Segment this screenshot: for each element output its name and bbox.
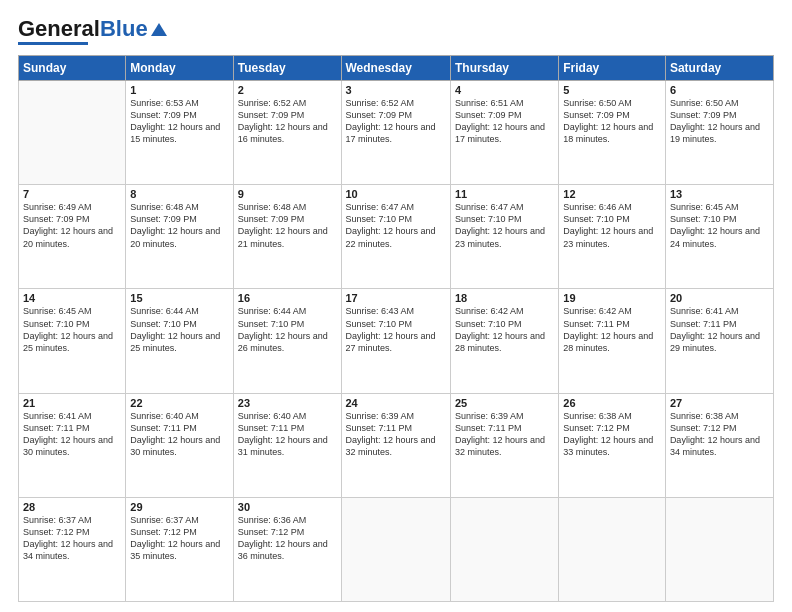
calendar-day-cell: 3Sunrise: 6:52 AMSunset: 7:09 PMDaylight…: [341, 81, 450, 185]
weekday-header-cell: Thursday: [450, 56, 558, 81]
day-number: 4: [455, 84, 554, 96]
calendar-day-cell: 27Sunrise: 6:38 AMSunset: 7:12 PMDayligh…: [665, 393, 773, 497]
day-number: 30: [238, 501, 337, 513]
calendar-day-cell: 8Sunrise: 6:48 AMSunset: 7:09 PMDaylight…: [126, 185, 233, 289]
calendar-day-cell: 13Sunrise: 6:45 AMSunset: 7:10 PMDayligh…: [665, 185, 773, 289]
calendar-day-cell: 5Sunrise: 6:50 AMSunset: 7:09 PMDaylight…: [559, 81, 666, 185]
day-info: Sunrise: 6:52 AMSunset: 7:09 PMDaylight:…: [346, 97, 446, 146]
day-number: 14: [23, 292, 121, 304]
day-number: 1: [130, 84, 228, 96]
calendar-day-cell: 26Sunrise: 6:38 AMSunset: 7:12 PMDayligh…: [559, 393, 666, 497]
day-info: Sunrise: 6:41 AMSunset: 7:11 PMDaylight:…: [23, 410, 121, 459]
day-info: Sunrise: 6:46 AMSunset: 7:10 PMDaylight:…: [563, 201, 661, 250]
day-info: Sunrise: 6:38 AMSunset: 7:12 PMDaylight:…: [670, 410, 769, 459]
day-info: Sunrise: 6:43 AMSunset: 7:10 PMDaylight:…: [346, 305, 446, 354]
calendar-day-cell: 15Sunrise: 6:44 AMSunset: 7:10 PMDayligh…: [126, 289, 233, 393]
calendar-day-cell: 7Sunrise: 6:49 AMSunset: 7:09 PMDaylight…: [19, 185, 126, 289]
calendar-day-cell: 10Sunrise: 6:47 AMSunset: 7:10 PMDayligh…: [341, 185, 450, 289]
day-number: 10: [346, 188, 446, 200]
day-number: 29: [130, 501, 228, 513]
calendar-day-cell: 28Sunrise: 6:37 AMSunset: 7:12 PMDayligh…: [19, 497, 126, 601]
day-number: 16: [238, 292, 337, 304]
calendar-day-cell: 24Sunrise: 6:39 AMSunset: 7:11 PMDayligh…: [341, 393, 450, 497]
calendar-day-cell: 22Sunrise: 6:40 AMSunset: 7:11 PMDayligh…: [126, 393, 233, 497]
day-number: 24: [346, 397, 446, 409]
day-info: Sunrise: 6:41 AMSunset: 7:11 PMDaylight:…: [670, 305, 769, 354]
calendar-day-cell: 29Sunrise: 6:37 AMSunset: 7:12 PMDayligh…: [126, 497, 233, 601]
day-info: Sunrise: 6:45 AMSunset: 7:10 PMDaylight:…: [670, 201, 769, 250]
calendar-day-cell: 1Sunrise: 6:53 AMSunset: 7:09 PMDaylight…: [126, 81, 233, 185]
calendar-day-cell: 9Sunrise: 6:48 AMSunset: 7:09 PMDaylight…: [233, 185, 341, 289]
day-number: 7: [23, 188, 121, 200]
day-info: Sunrise: 6:47 AMSunset: 7:10 PMDaylight:…: [455, 201, 554, 250]
day-info: Sunrise: 6:37 AMSunset: 7:12 PMDaylight:…: [23, 514, 121, 563]
calendar-day-cell: [559, 497, 666, 601]
day-number: 26: [563, 397, 661, 409]
day-number: 11: [455, 188, 554, 200]
day-number: 23: [238, 397, 337, 409]
day-info: Sunrise: 6:50 AMSunset: 7:09 PMDaylight:…: [670, 97, 769, 146]
calendar-day-cell: 21Sunrise: 6:41 AMSunset: 7:11 PMDayligh…: [19, 393, 126, 497]
day-info: Sunrise: 6:53 AMSunset: 7:09 PMDaylight:…: [130, 97, 228, 146]
logo-icon: [151, 23, 167, 36]
day-info: Sunrise: 6:48 AMSunset: 7:09 PMDaylight:…: [238, 201, 337, 250]
day-info: Sunrise: 6:38 AMSunset: 7:12 PMDaylight:…: [563, 410, 661, 459]
day-number: 17: [346, 292, 446, 304]
weekday-header-cell: Monday: [126, 56, 233, 81]
calendar-day-cell: 20Sunrise: 6:41 AMSunset: 7:11 PMDayligh…: [665, 289, 773, 393]
day-info: Sunrise: 6:47 AMSunset: 7:10 PMDaylight:…: [346, 201, 446, 250]
day-number: 18: [455, 292, 554, 304]
calendar-week-row: 28Sunrise: 6:37 AMSunset: 7:12 PMDayligh…: [19, 497, 774, 601]
calendar-table: SundayMondayTuesdayWednesdayThursdayFrid…: [18, 55, 774, 602]
day-number: 22: [130, 397, 228, 409]
calendar-day-cell: [19, 81, 126, 185]
calendar-day-cell: [450, 497, 558, 601]
day-number: 27: [670, 397, 769, 409]
day-info: Sunrise: 6:50 AMSunset: 7:09 PMDaylight:…: [563, 97, 661, 146]
calendar-day-cell: 16Sunrise: 6:44 AMSunset: 7:10 PMDayligh…: [233, 289, 341, 393]
day-info: Sunrise: 6:36 AMSunset: 7:12 PMDaylight:…: [238, 514, 337, 563]
day-number: 5: [563, 84, 661, 96]
day-number: 15: [130, 292, 228, 304]
day-number: 9: [238, 188, 337, 200]
day-info: Sunrise: 6:44 AMSunset: 7:10 PMDaylight:…: [238, 305, 337, 354]
calendar-day-cell: 12Sunrise: 6:46 AMSunset: 7:10 PMDayligh…: [559, 185, 666, 289]
calendar-day-cell: [341, 497, 450, 601]
day-info: Sunrise: 6:39 AMSunset: 7:11 PMDaylight:…: [455, 410, 554, 459]
logo-underline: [18, 42, 88, 45]
weekday-header-cell: Wednesday: [341, 56, 450, 81]
calendar-day-cell: 14Sunrise: 6:45 AMSunset: 7:10 PMDayligh…: [19, 289, 126, 393]
calendar-day-cell: [665, 497, 773, 601]
day-number: 3: [346, 84, 446, 96]
day-info: Sunrise: 6:51 AMSunset: 7:09 PMDaylight:…: [455, 97, 554, 146]
calendar-day-cell: 30Sunrise: 6:36 AMSunset: 7:12 PMDayligh…: [233, 497, 341, 601]
day-info: Sunrise: 6:49 AMSunset: 7:09 PMDaylight:…: [23, 201, 121, 250]
day-number: 2: [238, 84, 337, 96]
header: GeneralBlue: [18, 18, 774, 45]
weekday-header-cell: Sunday: [19, 56, 126, 81]
day-number: 19: [563, 292, 661, 304]
calendar-day-cell: 17Sunrise: 6:43 AMSunset: 7:10 PMDayligh…: [341, 289, 450, 393]
weekday-header-row: SundayMondayTuesdayWednesdayThursdayFrid…: [19, 56, 774, 81]
calendar-day-cell: 19Sunrise: 6:42 AMSunset: 7:11 PMDayligh…: [559, 289, 666, 393]
day-info: Sunrise: 6:45 AMSunset: 7:10 PMDaylight:…: [23, 305, 121, 354]
day-number: 13: [670, 188, 769, 200]
logo-text: GeneralBlue: [18, 18, 148, 40]
day-info: Sunrise: 6:42 AMSunset: 7:10 PMDaylight:…: [455, 305, 554, 354]
day-number: 25: [455, 397, 554, 409]
calendar-day-cell: 23Sunrise: 6:40 AMSunset: 7:11 PMDayligh…: [233, 393, 341, 497]
day-info: Sunrise: 6:52 AMSunset: 7:09 PMDaylight:…: [238, 97, 337, 146]
day-number: 20: [670, 292, 769, 304]
calendar-day-cell: 18Sunrise: 6:42 AMSunset: 7:10 PMDayligh…: [450, 289, 558, 393]
page: GeneralBlue SundayMondayTuesdayWednesday…: [0, 0, 792, 612]
calendar-week-row: 21Sunrise: 6:41 AMSunset: 7:11 PMDayligh…: [19, 393, 774, 497]
day-info: Sunrise: 6:48 AMSunset: 7:09 PMDaylight:…: [130, 201, 228, 250]
day-number: 21: [23, 397, 121, 409]
calendar-day-cell: 2Sunrise: 6:52 AMSunset: 7:09 PMDaylight…: [233, 81, 341, 185]
logo: GeneralBlue: [18, 18, 167, 45]
calendar-body: 1Sunrise: 6:53 AMSunset: 7:09 PMDaylight…: [19, 81, 774, 602]
day-number: 8: [130, 188, 228, 200]
day-info: Sunrise: 6:42 AMSunset: 7:11 PMDaylight:…: [563, 305, 661, 354]
calendar-week-row: 1Sunrise: 6:53 AMSunset: 7:09 PMDaylight…: [19, 81, 774, 185]
day-info: Sunrise: 6:39 AMSunset: 7:11 PMDaylight:…: [346, 410, 446, 459]
